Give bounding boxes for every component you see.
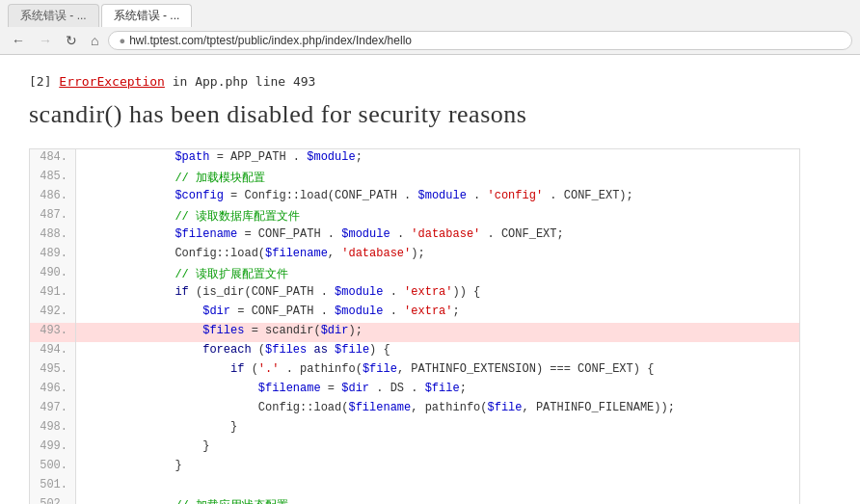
line-number-493: 493. xyxy=(30,323,76,342)
line-number-502: 502. xyxy=(30,496,76,504)
code-line-488: 488. $filename = CONF_PATH . $module . '… xyxy=(30,226,799,246)
line-content-495: if ('.' . pathinfo($file, PATHINFO_EXTEN… xyxy=(76,361,654,381)
code-line-496: 496. $filename = $dir . DS . $file; xyxy=(30,381,799,400)
code-line-498: 498. } xyxy=(30,419,799,438)
line-content-499: } xyxy=(76,438,209,458)
page-content: [2] ErrorException in App.php line 493 s… xyxy=(0,55,829,504)
line-content-500: } xyxy=(76,458,182,477)
tab-bar: 系统错误 - ... 系统错误 - ... xyxy=(8,4,852,27)
error-badge-bracket-open: [2] xyxy=(29,74,59,89)
line-content-489: Config::load($filename, 'database'); xyxy=(76,246,425,265)
code-line-484: 484. $path = APP_PATH . $module; xyxy=(30,149,799,169)
nav-bar: ← → ↻ ⌂ ● hwl.tptest.com/tptest/public/i… xyxy=(8,31,852,50)
forward-button[interactable]: → xyxy=(35,31,56,50)
line-number-484: 484. xyxy=(30,149,76,169)
line-number-496: 496. xyxy=(30,381,76,400)
tab-2[interactable]: 系统错误 - ... xyxy=(101,4,193,27)
code-line-492: 492. $dir = CONF_PATH . $module . 'extra… xyxy=(30,304,799,323)
line-content-497: Config::load($filename, pathinfo($file, … xyxy=(76,400,675,419)
line-number-501: 501. xyxy=(30,477,76,496)
code-line-501: 501. xyxy=(30,477,799,496)
line-number-488: 488. xyxy=(30,226,76,246)
line-number-497: 497. xyxy=(30,400,76,419)
line-content-491: if (is_dir(CONF_PATH . $module . 'extra'… xyxy=(76,284,480,304)
code-line-497: 497. Config::load($filename, pathinfo($f… xyxy=(30,400,799,419)
line-content-486: $config = Config::load(CONF_PATH . $modu… xyxy=(76,188,633,207)
tab-1[interactable]: 系统错误 - ... xyxy=(8,4,99,27)
line-content-502: // 加载应用状态配置 xyxy=(76,496,288,504)
code-line-485: 485. // 加载模块配置 xyxy=(30,169,799,188)
code-line-491: 491. if (is_dir(CONF_PATH . $module . 'e… xyxy=(30,284,799,304)
error-message: scandir() has been disabled for security… xyxy=(29,100,800,129)
line-number-491: 491. xyxy=(30,284,76,304)
line-number-494: 494. xyxy=(30,342,76,361)
line-number-485: 485. xyxy=(30,169,76,188)
code-line-486: 486. $config = Config::load(CONF_PATH . … xyxy=(30,188,799,207)
line-content-488: $filename = CONF_PATH . $module . 'datab… xyxy=(76,226,564,246)
line-content-484: $path = APP_PATH . $module; xyxy=(76,149,363,169)
line-number-495: 495. xyxy=(30,361,76,381)
line-content-485: // 加载模块配置 xyxy=(76,169,265,188)
line-number-487: 487. xyxy=(30,207,76,226)
line-content-494: foreach ($files as $file) { xyxy=(76,342,390,361)
address-bar[interactable]: ● hwl.tptest.com/tptest/public/index.php… xyxy=(108,31,852,50)
line-number-499: 499. xyxy=(30,438,76,458)
lock-icon: ● xyxy=(119,35,125,46)
reload-button[interactable]: ↻ xyxy=(62,31,81,50)
exception-link[interactable]: ErrorException xyxy=(59,74,165,89)
line-number-490: 490. xyxy=(30,265,76,284)
line-content-490: // 读取扩展配置文件 xyxy=(76,265,288,284)
line-number-489: 489. xyxy=(30,246,76,265)
home-button[interactable]: ⌂ xyxy=(87,31,102,50)
line-content-501 xyxy=(76,477,98,496)
line-content-496: $filename = $dir . DS . $file; xyxy=(76,381,467,400)
code-line-495: 495. if ('.' . pathinfo($file, PATHINFO_… xyxy=(30,361,799,381)
code-line-502: 502. // 加载应用状态配置 xyxy=(30,496,799,504)
code-line-500: 500. } xyxy=(30,458,799,477)
line-number-498: 498. xyxy=(30,419,76,438)
back-button[interactable]: ← xyxy=(8,31,29,50)
line-number-486: 486. xyxy=(30,188,76,207)
line-content-487: // 读取数据库配置文件 xyxy=(76,207,300,226)
line-content-492: $dir = CONF_PATH . $module . 'extra'; xyxy=(76,304,460,323)
line-content-498: } xyxy=(76,419,237,438)
code-line-499: 499. } xyxy=(30,438,799,458)
code-line-490: 490. // 读取扩展配置文件 xyxy=(30,265,799,284)
error-location: in App.php line 493 xyxy=(165,74,316,89)
code-line-493: 493. $files = scandir($dir); xyxy=(30,323,799,342)
code-line-494: 494. foreach ($files as $file) { xyxy=(30,342,799,361)
browser-chrome: 系统错误 - ... 系统错误 - ... ← → ↻ ⌂ ● hwl.tpte… xyxy=(0,0,860,55)
line-number-500: 500. xyxy=(30,458,76,477)
line-content-493: $files = scandir($dir); xyxy=(76,323,363,342)
code-block: 484. $path = APP_PATH . $module; 485. //… xyxy=(29,148,800,504)
code-line-489: 489. Config::load($filename, 'database')… xyxy=(30,246,799,265)
line-number-492: 492. xyxy=(30,304,76,323)
url-text: hwl.tptest.com/tptest/public/index.php/i… xyxy=(129,34,412,47)
code-line-487: 487. // 读取数据库配置文件 xyxy=(30,207,799,226)
error-header: [2] ErrorException in App.php line 493 xyxy=(29,74,800,89)
